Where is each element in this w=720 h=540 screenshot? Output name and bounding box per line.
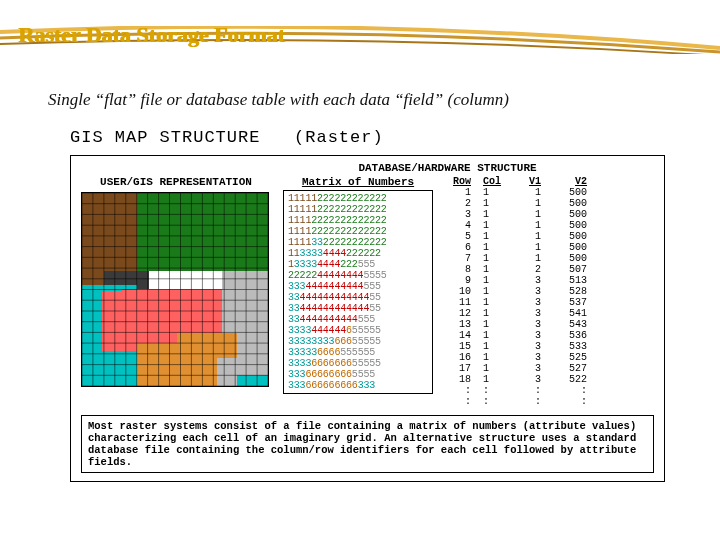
matrix-header: Matrix of Numbers (283, 176, 433, 188)
table-row: 1413536 (445, 330, 635, 341)
matrix-row: 3333666666655555 (288, 358, 428, 369)
table-body: 1115002115003115004115005115006115007115… (445, 187, 635, 407)
matrix-body: 1111122222222222211111222222222222111122… (283, 190, 433, 394)
figure-caption: Most raster systems consist of a file co… (81, 415, 654, 473)
matrix-row: 11113322222222222 (288, 237, 428, 248)
table-row: 1513533 (445, 341, 635, 352)
figure-box: DATABASE/HARDWARE STRUCTURE USER/GIS REP… (70, 155, 665, 482)
table-row: 1113537 (445, 297, 635, 308)
database-structure-title: DATABASE/HARDWARE STRUCTURE (241, 162, 654, 174)
th-col: Col (477, 176, 515, 187)
table-header-row: Row Col V1 V2 (445, 176, 635, 187)
matrix-row: 333666666665555 (288, 369, 428, 380)
matrix-row: 333666666666333 (288, 380, 428, 391)
table-row: 211500 (445, 198, 635, 209)
table-row: 611500 (445, 242, 635, 253)
matrix-row: 3344444444444455 (288, 292, 428, 303)
figure-columns: USER/GIS REPRESENTATION (81, 176, 654, 407)
table-row: 1713527 (445, 363, 635, 374)
matrix-row: 333336666555555 (288, 347, 428, 358)
slide-title: Raster Data Storage Format (18, 22, 285, 48)
matrix-row: 11111222222222222 (288, 193, 428, 204)
matrix-row: 22222444444445555 (288, 270, 428, 281)
table-row: 812507 (445, 264, 635, 275)
matrix-column: Matrix of Numbers 1111122222222222211111… (283, 176, 433, 394)
th-v2: V2 (547, 176, 587, 187)
raster-map-illustration (81, 192, 269, 387)
matrix-row: 3333333366655555 (288, 336, 428, 347)
matrix-row: 133334444222555 (288, 259, 428, 270)
table-column: Row Col V1 V2 11150021150031150041150051… (445, 176, 635, 407)
table-row: 511500 (445, 231, 635, 242)
table-row: 311500 (445, 209, 635, 220)
user-representation-column: USER/GIS REPRESENTATION (81, 176, 271, 387)
table-row: 411500 (445, 220, 635, 231)
matrix-row: 1133334444222222 (288, 248, 428, 259)
matrix-row: 3333444444655555 (288, 325, 428, 336)
figure: GIS MAP STRUCTURE (Raster) DATABASE/HARD… (70, 128, 665, 482)
table-row: 1813522 (445, 374, 635, 385)
matrix-row: 334444444444555 (288, 314, 428, 325)
table-row: 711500 (445, 253, 635, 264)
matrix-row: 11112222222222222 (288, 226, 428, 237)
table-row: 1013528 (445, 286, 635, 297)
th-v1: V1 (515, 176, 547, 187)
table-row: 1313543 (445, 319, 635, 330)
table-row: 1613525 (445, 352, 635, 363)
grid-overlay (82, 193, 268, 386)
figure-heading-right: (Raster) (294, 128, 384, 147)
table-row: 913513 (445, 275, 635, 286)
flat-table: Row Col V1 V2 11150021150031150041150051… (445, 176, 635, 407)
slide-subtitle: Single “flat” file or database table wit… (48, 90, 509, 110)
matrix-row: 11112222222222222 (288, 215, 428, 226)
matrix-row: 3334444444444555 (288, 281, 428, 292)
matrix-row: 3344444444444455 (288, 303, 428, 314)
table-row: :::: (445, 396, 635, 407)
user-representation-header: USER/GIS REPRESENTATION (81, 176, 271, 188)
figure-heading: GIS MAP STRUCTURE (Raster) (70, 128, 665, 147)
matrix-row: 11111222222222222 (288, 204, 428, 215)
th-row: Row (445, 176, 477, 187)
table-row: 1213541 (445, 308, 635, 319)
table-row: :::: (445, 385, 635, 396)
figure-heading-left: GIS MAP STRUCTURE (70, 128, 260, 147)
table-row: 111500 (445, 187, 635, 198)
